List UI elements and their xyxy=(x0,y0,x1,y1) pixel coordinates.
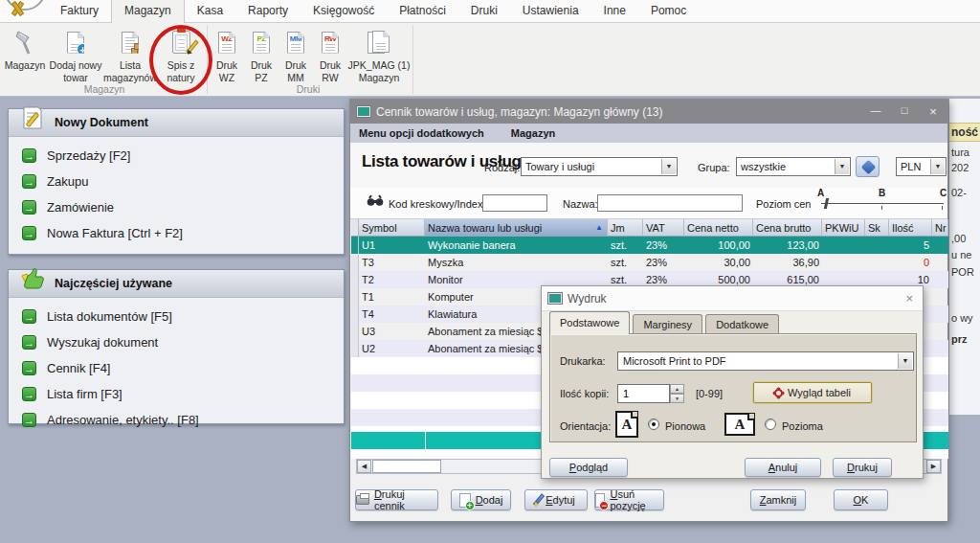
column-header-ilosc[interactable]: Ilość xyxy=(889,219,932,236)
app-window: Faktury Magazyn Kasa Raporty Księgowość … xyxy=(0,0,980,543)
tab-ustawienia[interactable]: Ustawienia xyxy=(510,0,591,22)
delete-item-icon: − xyxy=(595,493,605,508)
tab-dodatkowe[interactable]: Dodatkowe xyxy=(705,314,779,334)
toolbar-button-lista-magazynow[interactable]: Listamagazynów xyxy=(103,25,157,83)
sidebar-item-cennik[interactable]: → Cennik [F4] xyxy=(9,355,344,381)
chevron-down-icon[interactable]: ▼ xyxy=(898,353,912,369)
wyglad-tabeli-button[interactable]: Wygląd tabeli xyxy=(753,382,872,403)
column-header-cena-netto[interactable]: Cena netto xyxy=(684,219,753,236)
column-header-nazwa[interactable]: Nazwa towaru lub usługi▲ xyxy=(425,219,608,236)
column-header-sk[interactable]: Sk xyxy=(865,219,889,236)
tab-podstawowe[interactable]: Podstawowe xyxy=(549,311,630,334)
currency-select[interactable]: PLN ▼ xyxy=(896,157,947,176)
sidebar-item-zakupu[interactable]: → Zakupu xyxy=(9,169,344,194)
cennik-titlebar[interactable]: Cennik towarów i usług, magazyn: Magazyn… xyxy=(350,100,947,124)
sidebar-item-nowa-faktura[interactable]: → Nowa Faktura [Ctrl + F2] xyxy=(9,220,344,246)
spin-up-icon[interactable]: ▲ xyxy=(670,384,684,394)
window-icon xyxy=(548,293,562,304)
chevron-down-icon[interactable]: ▼ xyxy=(661,159,676,174)
column-header-cena-brutto[interactable]: Cena brutto xyxy=(753,219,822,236)
table-row[interactable]: T3 Myszka szt. 23% 30,00 36,90 0 xyxy=(351,254,948,271)
copies-input[interactable] xyxy=(617,384,670,403)
note-pencil-icon xyxy=(18,103,47,132)
sidebar-item-zamowienie[interactable]: → Zamówienie xyxy=(9,194,344,220)
chevron-down-icon[interactable]: ▼ xyxy=(930,159,945,174)
dodaj-button[interactable]: + Dodaj xyxy=(451,489,511,510)
sidebar-item-adresowanie-etykiety[interactable]: → Adresowanie, etykiety.. [F8] xyxy=(9,407,344,433)
edytuj-button[interactable]: Edytuj xyxy=(524,489,588,510)
drukuj-button[interactable]: Drukuj xyxy=(833,458,892,477)
column-header-vat[interactable]: VAT xyxy=(643,219,684,236)
document-mm-icon: MM xyxy=(287,27,304,57)
group-label-magazyn: Magazyn xyxy=(0,83,209,95)
close-icon[interactable]: × xyxy=(905,291,913,305)
toolbar-button-druk-mm[interactable]: MM DrukMM xyxy=(278,25,313,83)
column-header-pkwiu[interactable]: PKWiU xyxy=(822,219,865,236)
column-header-symbol[interactable]: Symbol xyxy=(359,219,425,236)
blue-diamond-icon xyxy=(861,160,877,175)
landscape-page-icon: A xyxy=(724,413,755,436)
podglad-button[interactable]: Podgląd xyxy=(549,458,628,477)
ilosc-kopii-label: Ilość kopii: xyxy=(560,388,609,399)
ribbon-tab-row: Faktury Magazyn Kasa Raporty Księgowość … xyxy=(0,0,980,23)
tab-inne[interactable]: Inne xyxy=(591,0,638,22)
maximize-icon[interactable]: □ xyxy=(890,104,919,119)
toolbar-button-druk-pz[interactable]: PZ DrukPZ xyxy=(244,25,278,83)
toolbar-button-druk-rw[interactable]: RW DrukRW xyxy=(313,25,347,83)
tab-platnosci[interactable]: Płatności xyxy=(387,0,458,22)
cennik-filter-bar: Lista towarów i usług Rodzaj: Towary i u… xyxy=(350,143,947,188)
toolbar-button-druk-wz[interactable]: WZ DrukWZ xyxy=(210,25,244,83)
sidebar-item-lista-firm[interactable]: → Lista firm [F3] xyxy=(9,381,344,407)
toolbar-button-spis-z-natury[interactable]: Spis znatury xyxy=(157,25,205,83)
pozioma-radio[interactable] xyxy=(765,419,776,430)
window-icon xyxy=(357,106,370,117)
sidebar-item-sprzedazy[interactable]: → Sprzedaży [F2] xyxy=(9,143,344,169)
name-search-input[interactable] xyxy=(597,194,743,212)
scroll-left-icon[interactable]: ◀ xyxy=(357,460,371,473)
tab-marginesy[interactable]: Marginesy xyxy=(633,314,702,334)
green-arrow-icon: → xyxy=(22,309,36,324)
sidebar-item-wyszukaj-dokument[interactable]: → Wyszukaj dokument xyxy=(9,329,344,355)
column-header-jm[interactable]: Jm xyxy=(608,219,643,236)
tab-pomoc[interactable]: Pomoc xyxy=(638,0,699,22)
ribbon-toolbar: Magazyn + Dodaj nowytowar Listamagazynów… xyxy=(2,25,415,82)
tab-faktury[interactable]: Faktury xyxy=(48,0,111,22)
toolbar-button-jpk-mag[interactable]: JPK_MAG (1)Magazyn xyxy=(347,25,411,83)
minimize-icon[interactable]: — xyxy=(861,104,890,119)
copies-stepper[interactable]: ▲ ▼ xyxy=(670,384,684,403)
barcode-search-input[interactable] xyxy=(482,194,547,212)
tab-ksiegowosc[interactable]: Księgowość xyxy=(301,0,387,22)
menu-opcje-dodatkowe[interactable]: Menu opcji dodatkowych xyxy=(359,127,484,139)
price-level-slider[interactable]: A B C xyxy=(817,188,946,219)
sidebar-item-lista-dokumentow[interactable]: → Lista dokumentów [F5] xyxy=(9,304,344,329)
clipboard-pencil-icon xyxy=(172,27,190,57)
zamknij-button[interactable]: Zamknij xyxy=(750,489,806,510)
ok-button[interactable]: OK xyxy=(834,489,888,510)
table-row[interactable]: U1 Wykonanie banera szt. 23% 100,00 123,… xyxy=(351,237,948,254)
grupa-select[interactable]: wszystkie ▼ xyxy=(736,157,851,176)
menu-magazyn[interactable]: Magazyn xyxy=(511,127,555,139)
chevron-down-icon[interactable]: ▼ xyxy=(835,159,849,174)
scroll-right-icon[interactable]: ▶ xyxy=(926,460,941,473)
pionowa-radio[interactable] xyxy=(648,419,659,430)
tab-magazyn[interactable]: Magazyn xyxy=(111,0,185,23)
warehouse-list-icon xyxy=(122,27,139,57)
section-header: Nowy Dokument xyxy=(9,109,344,137)
close-icon[interactable]: × xyxy=(919,104,947,119)
column-header-nrfa[interactable]: Nr fa xyxy=(932,219,948,236)
usun-pozycje-button[interactable]: − Usuń pozycję xyxy=(594,489,664,510)
spin-down-icon[interactable]: ▼ xyxy=(670,394,684,403)
wydruk-titlebar[interactable]: Wydruk × xyxy=(542,286,923,311)
printer-select[interactable]: Microsoft Print to PDF ▼ xyxy=(617,351,914,371)
tab-kasa[interactable]: Kasa xyxy=(185,0,235,22)
toolbar-button-dodaj-nowy-towar[interactable]: + Dodaj nowytowar xyxy=(48,25,103,83)
app-logo-icon[interactable] xyxy=(0,0,48,22)
rodzaj-select[interactable]: Towary i usługi ▼ xyxy=(521,157,678,176)
anuluj-button[interactable]: Anuluj xyxy=(745,458,821,477)
tab-druki[interactable]: Druki xyxy=(458,0,510,22)
drukuj-cennik-button[interactable]: Drukuj cennik xyxy=(355,489,438,510)
groups-button[interactable] xyxy=(856,156,880,177)
scrollbar-thumb[interactable] xyxy=(372,460,441,473)
toolbar-button-magazyn[interactable]: Magazyn xyxy=(2,25,48,72)
tab-raporty[interactable]: Raporty xyxy=(235,0,301,22)
